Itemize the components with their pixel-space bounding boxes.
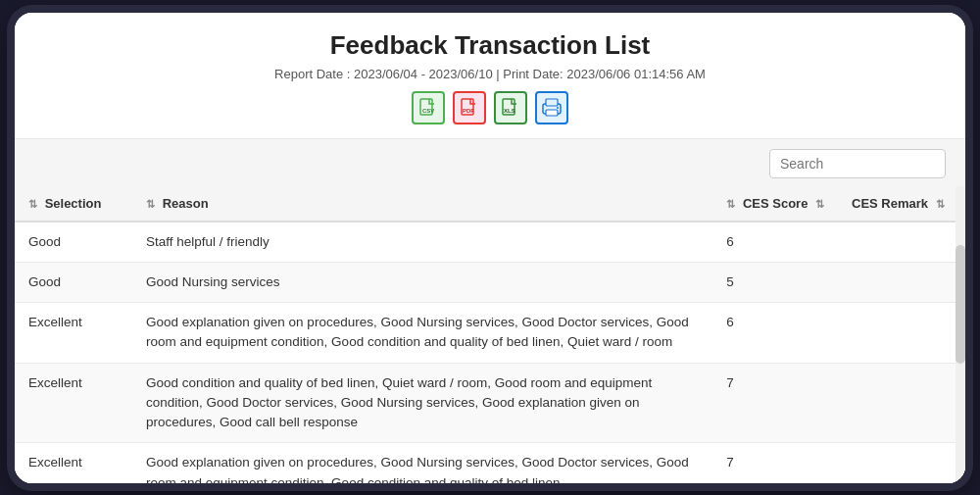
cell-selection: Good xyxy=(15,262,132,302)
scrollbar-thumb[interactable] xyxy=(956,245,965,364)
sort-icon-reason: ⇅ xyxy=(146,198,155,211)
header-section: Feedback Transaction List Report Date : … xyxy=(15,13,965,139)
sort-icon-ces-remark-after: ⇅ xyxy=(936,198,945,211)
cell-ces-remark xyxy=(838,363,965,443)
cell-ces-score: 7 xyxy=(712,443,838,483)
scrollbar-track[interactable] xyxy=(956,186,965,483)
cell-reason: Good Nursing services xyxy=(132,262,712,302)
table-row: GoodStaff helpful / friendly6 xyxy=(15,222,965,263)
feedback-table: ⇅ Selection ⇅ Reason ⇅ CES Score ⇅ xyxy=(15,186,965,483)
svg-rect-8 xyxy=(546,110,558,116)
search-input[interactable] xyxy=(769,149,946,178)
export-xls-button[interactable]: XLS xyxy=(494,91,527,124)
cell-reason: Good condition and quality of bed linen,… xyxy=(132,363,712,443)
sort-icon-selection: ⇅ xyxy=(28,198,37,211)
col-header-reason[interactable]: ⇅ Reason xyxy=(132,186,712,222)
export-csv-button[interactable]: CSV xyxy=(412,91,445,124)
toolbar-row xyxy=(15,139,965,186)
cell-selection: Excellent xyxy=(15,443,132,483)
cell-selection: Good xyxy=(15,222,132,263)
cell-ces-remark xyxy=(838,443,965,483)
table-row: ExcellentGood condition and quality of b… xyxy=(15,363,965,443)
device-frame: Feedback Transaction List Report Date : … xyxy=(15,13,965,483)
svg-text:PDF: PDF xyxy=(463,108,474,114)
col-header-ces-score[interactable]: ⇅ CES Score ⇅ xyxy=(712,186,838,222)
cell-ces-remark xyxy=(838,262,965,302)
sort-icon-ces-score-after: ⇅ xyxy=(815,198,824,211)
svg-rect-7 xyxy=(546,99,558,106)
table-container: ⇅ Selection ⇅ Reason ⇅ CES Score ⇅ xyxy=(15,186,965,483)
col-header-ces-remark[interactable]: CES Remark ⇅ xyxy=(838,186,965,222)
table-row: GoodGood Nursing services5 xyxy=(15,262,965,302)
cell-ces-score: 6 xyxy=(712,222,838,263)
page-title: Feedback Transaction List xyxy=(44,30,936,61)
cell-reason: Staff helpful / friendly xyxy=(132,222,712,263)
svg-text:XLS: XLS xyxy=(504,108,515,114)
cell-ces-score: 5 xyxy=(712,262,838,302)
export-print-button[interactable] xyxy=(535,91,568,124)
col-header-selection[interactable]: ⇅ Selection xyxy=(15,186,132,222)
export-pdf-button[interactable]: PDF xyxy=(453,91,486,124)
svg-point-9 xyxy=(557,107,559,109)
export-icons: CSV PDF XLS xyxy=(44,91,936,124)
cell-selection: Excellent xyxy=(15,363,132,443)
cell-selection: Excellent xyxy=(15,303,132,364)
sort-icon-ces-score: ⇅ xyxy=(726,198,735,211)
cell-ces-score: 6 xyxy=(712,303,838,364)
cell-ces-remark xyxy=(838,303,965,364)
report-date: Report Date : 2023/06/04 - 2023/06/10 | … xyxy=(44,67,936,81)
table-row: ExcellentGood explanation given on proce… xyxy=(15,443,965,483)
svg-text:CSV: CSV xyxy=(422,108,434,114)
table-wrapper: ⇅ Selection ⇅ Reason ⇅ CES Score ⇅ xyxy=(15,186,965,483)
table-row: ExcellentGood explanation given on proce… xyxy=(15,303,965,364)
cell-reason: Good explanation given on procedures, Go… xyxy=(132,303,712,364)
cell-ces-score: 7 xyxy=(712,363,838,443)
cell-ces-remark xyxy=(838,222,965,263)
cell-reason: Good explanation given on procedures, Go… xyxy=(132,443,712,483)
page-content: Feedback Transaction List Report Date : … xyxy=(15,13,965,483)
table-header-row: ⇅ Selection ⇅ Reason ⇅ CES Score ⇅ xyxy=(15,186,965,222)
